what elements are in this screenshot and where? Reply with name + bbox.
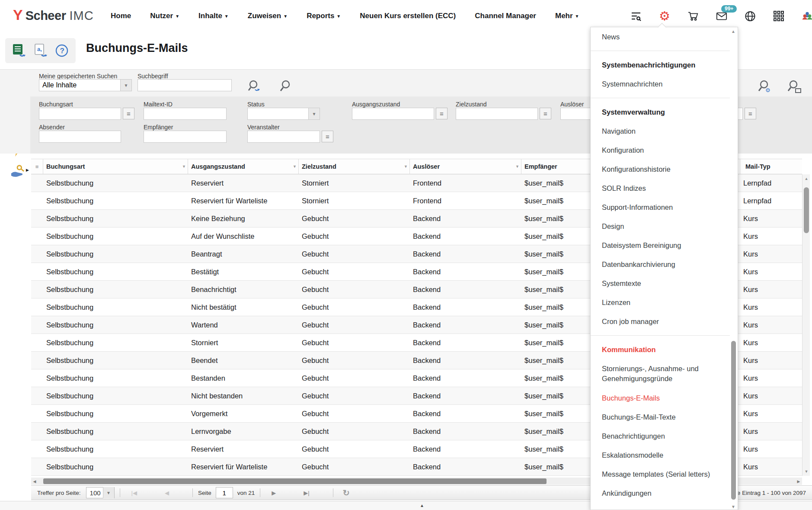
filter-field[interactable] [456,108,538,120]
menu-entry[interactable] [591,335,730,336]
menu-scroll-thumb[interactable] [731,341,736,500]
column-dropdown-icon[interactable]: ▼ [515,164,519,169]
filter-list-picker-icon[interactable]: ≡ [540,108,551,119]
next-page-button[interactable]: ▶ [265,490,282,496]
page-number-input[interactable] [216,487,233,498]
menu-entry[interactable]: News [591,27,730,46]
search-list-icon[interactable] [630,10,642,22]
filter-field[interactable] [39,131,121,143]
menu-entry[interactable]: Stornierungs-, Ausnahme- und Genehmigung… [591,359,730,388]
permissions-hand-key-icon[interactable] [10,164,25,178]
nav-item[interactable]: Neuen Kurs erstellen (ECC) ▼ [360,12,456,20]
scroll-down-icon[interactable]: ▼ [802,468,810,475]
column-dropdown-icon[interactable]: ▼ [404,164,408,169]
menu-entry[interactable] [591,51,730,51]
mail-icon[interactable]: 99+ [716,10,727,22]
saved-searches-dropdown-icon[interactable]: ▼ [120,80,131,91]
scroll-left-icon[interactable]: ◀ [31,478,38,485]
nav-item[interactable]: Zuweisen ▼ [248,12,288,20]
column-dropdown-icon[interactable]: ▼ [182,164,186,169]
nav-item[interactable]: Nutzer ▼ [150,12,179,20]
excel-export-icon[interactable] [11,43,27,58]
menu-entry[interactable]: Datenbankarchivierung [591,255,730,274]
filter-field[interactable] [247,131,320,143]
menu-entry[interactable]: Design [591,217,730,236]
shopping-cart-icon[interactable] [687,10,699,22]
menu-entry[interactable]: Ankündigungen [591,484,730,503]
nav-item[interactable]: Channel Manager ▼ [475,12,536,20]
menu-entry[interactable]: Eskalationsmodelle [591,446,730,465]
community-icon[interactable] [802,10,812,22]
menu-entry[interactable]: Lizenzen [591,293,730,312]
menu-entry[interactable]: Dateisystem Bereinigung [591,236,730,255]
column-header-ausgangszustand[interactable]: Ausgangszustand▼ [188,159,299,174]
menu-entry[interactable]: Message templates (Serial letters) [591,465,730,484]
menu-scroll-down-icon[interactable]: ▼ [730,504,737,510]
search-icon[interactable] [278,79,292,95]
horizontal-scroll-thumb[interactable] [43,478,547,484]
per-page-dropdown-icon[interactable]: ▼ [103,487,114,498]
refresh-icon[interactable]: ↻ [339,488,354,498]
filter-field[interactable]: ▼ [247,108,320,120]
filter-list-picker-icon[interactable]: ≡ [745,108,756,119]
row-menu-column-icon[interactable]: ≡ [31,159,43,174]
menu-entry[interactable]: Konfiguration [591,141,730,160]
search-settings-icon[interactable]: ⚙ [757,79,771,96]
saved-searches-select[interactable]: ▼ [39,79,132,91]
nav-item[interactable]: Reports ▼ [307,12,341,20]
filter-list-picker-icon[interactable]: ≡ [436,108,448,119]
menu-scrollbar[interactable]: ▲ ▼ [730,28,737,510]
filter-field[interactable] [144,131,227,143]
menu-entry[interactable]: Buchungs-E-Mails [591,388,730,407]
filter-field[interactable] [39,108,121,120]
menu-entry[interactable] [591,98,730,98]
menu-entry[interactable]: Konfigurationshistorie [591,160,730,179]
prev-page-button[interactable]: ◀ [159,490,175,496]
vertical-scroll-thumb[interactable] [804,187,809,233]
rail-expand-arrow2-icon[interactable]: ▶ [26,168,29,172]
search-term-field[interactable] [137,79,232,91]
nav-item[interactable]: Home ▼ [111,12,131,20]
filter-dropdown-icon[interactable]: ▼ [308,108,320,119]
filter-input[interactable] [39,108,121,119]
menu-entry[interactable]: Buchungs-E-Mail-Texte [591,407,730,427]
column-header-buchungsart[interactable]: Buchungsart▼ [43,159,188,174]
scroll-right-icon[interactable]: ▶ [795,478,802,485]
filter-input[interactable] [456,108,537,119]
filter-input[interactable] [248,131,320,142]
menu-entry[interactable]: Navigation [591,122,730,141]
filter-field[interactable] [352,108,434,120]
column-header-zielzustand[interactable]: Zielzustand▼ [299,159,410,174]
filter-field[interactable] [144,108,227,120]
logo[interactable]: Y Scheer IMC [13,7,94,23]
menu-entry[interactable]: SOLR Indizes [591,179,730,198]
menu-entry[interactable]: Kommunikation [591,340,730,359]
nav-item[interactable]: Inhalte ▼ [198,12,229,20]
menu-entry[interactable]: Systemnachrichten [591,74,730,93]
collapse-arrow-icon[interactable]: ▲ [420,503,424,508]
column-header-ausloeser[interactable]: Auslöser▼ [410,159,521,174]
table-vertical-scrollbar[interactable]: ▲ ▼ [802,174,810,476]
menu-scroll-up-icon[interactable]: ▲ [730,28,737,34]
apps-grid-icon[interactable] [773,10,784,22]
settings-gear-icon[interactable]: ⚙ [659,10,670,22]
filter-list-picker-icon[interactable]: ≡ [322,131,333,142]
scroll-up-icon[interactable]: ▲ [802,175,810,182]
filter-input[interactable] [144,131,226,142]
per-page-select[interactable]: 100 ▼ [86,487,115,498]
column-dropdown-icon[interactable]: ▼ [293,164,297,169]
search-reset-icon[interactable] [247,79,261,95]
menu-entry[interactable]: Cron job manager [591,312,730,331]
menu-entry[interactable]: Systemtexte [591,274,730,293]
help-icon[interactable]: ? [54,43,70,58]
filter-input[interactable] [352,108,434,119]
column-header-mailtyp[interactable]: Mail-Typ [740,159,802,174]
menu-entry[interactable]: Support-Informationen [591,198,730,217]
filter-list-picker-icon[interactable]: ≡ [123,108,134,119]
first-page-button[interactable]: |◀ [125,490,143,496]
menu-entry[interactable]: Systembenachrichtigungen [591,55,730,74]
menu-entry[interactable]: Systemverwaltung [591,103,730,122]
nav-item[interactable]: Mehr ▼ [555,12,579,20]
search-window-icon[interactable] [787,79,802,96]
menu-entry[interactable]: Benachrichtigungen [591,427,730,446]
